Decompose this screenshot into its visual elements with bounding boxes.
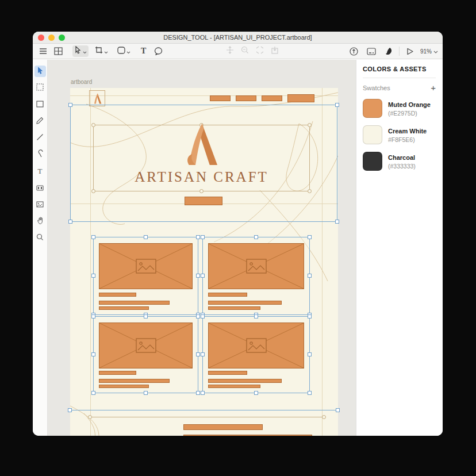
selection-handle[interactable] xyxy=(144,391,148,395)
hero-button-placeholder[interactable] xyxy=(185,197,222,205)
nav-link-placeholder[interactable] xyxy=(262,95,282,101)
color-chip[interactable] xyxy=(363,125,382,144)
wireframe-handle[interactable] xyxy=(91,123,95,127)
selection-handle[interactable] xyxy=(308,314,312,318)
footer-text-placeholder[interactable] xyxy=(183,424,263,430)
selection-handle[interactable] xyxy=(201,352,205,356)
share-button[interactable] xyxy=(348,45,360,57)
selection-handle[interactable] xyxy=(91,274,95,278)
transform-tool-button[interactable] xyxy=(93,45,110,57)
wireframe-handle[interactable] xyxy=(308,189,312,193)
tool-rectangle[interactable] xyxy=(34,99,46,110)
tool-zoom[interactable] xyxy=(34,232,46,244)
nav-button-placeholder[interactable] xyxy=(287,94,314,102)
selection-handle[interactable] xyxy=(254,235,258,239)
selection-handle[interactable] xyxy=(201,235,205,239)
disabled-view-controls xyxy=(226,46,279,56)
selection-handle[interactable] xyxy=(91,352,95,356)
image-placeholder[interactable] xyxy=(99,323,193,368)
app-window: DESIGN_TOOL - [ARTISAN_UI_PROJECT.artboa… xyxy=(33,32,443,436)
footer-text-placeholder[interactable] xyxy=(183,435,312,436)
tool-hand[interactable] xyxy=(34,216,46,227)
tool-lasso[interactable] xyxy=(34,149,46,160)
card-wireframe[interactable] xyxy=(202,316,310,393)
card-wireframe[interactable] xyxy=(93,237,198,315)
tool-line[interactable] xyxy=(34,132,46,144)
selection-handle[interactable] xyxy=(196,274,200,278)
tool-image[interactable] xyxy=(34,199,46,210)
selection-handle[interactable] xyxy=(91,314,95,318)
select-tool-button[interactable] xyxy=(72,45,89,57)
nav-link-placeholder[interactable] xyxy=(236,95,256,101)
selection-handle[interactable] xyxy=(68,103,72,107)
panel-header: COLORS & ASSETS xyxy=(363,66,436,78)
selection-handle[interactable] xyxy=(254,314,258,318)
wireframe-handle[interactable] xyxy=(199,189,204,193)
card-wireframe[interactable] xyxy=(93,316,198,393)
tool-marquee[interactable] xyxy=(34,82,46,94)
selection-handle[interactable] xyxy=(336,408,340,412)
nav-link-placeholder[interactable] xyxy=(210,95,231,101)
swatch-hex: #F8F5E6) xyxy=(388,136,427,143)
tool-media[interactable] xyxy=(34,182,46,194)
selection-handle[interactable] xyxy=(144,314,148,318)
wireframe-handle[interactable] xyxy=(91,189,95,193)
selection-bounds-footer[interactable] xyxy=(70,410,337,410)
add-swatch-button[interactable]: + xyxy=(431,85,436,91)
upload-circle-icon xyxy=(350,47,358,56)
selection-handle[interactable] xyxy=(196,314,200,318)
tool-select[interactable] xyxy=(34,66,46,77)
selection-handle[interactable] xyxy=(335,103,339,107)
tool-text[interactable]: T xyxy=(34,166,46,177)
wireframe-handle[interactable] xyxy=(308,123,312,127)
swatch-row[interactable]: Cream White #F8F5E6) xyxy=(363,125,436,144)
shape-tool-button[interactable] xyxy=(116,45,132,57)
selection-handle[interactable] xyxy=(91,235,95,239)
library-button[interactable] xyxy=(365,45,378,57)
selection-handle[interactable] xyxy=(68,220,72,224)
comment-tool-button[interactable] xyxy=(152,45,164,57)
image-placeholder[interactable] xyxy=(208,323,304,368)
preview-play-button[interactable] xyxy=(405,45,415,57)
tool-pencil[interactable] xyxy=(34,116,46,127)
selection-handle[interactable] xyxy=(196,391,200,395)
selection-handle[interactable] xyxy=(201,391,205,395)
zoom-level-control[interactable]: 91% xyxy=(420,48,438,55)
selection-handle[interactable] xyxy=(308,235,312,239)
image-placeholder[interactable] xyxy=(99,243,193,289)
wireframe-handle[interactable] xyxy=(322,415,326,419)
selection-handle[interactable] xyxy=(335,220,339,224)
canvas[interactable]: artboard xyxy=(48,60,356,436)
color-chip[interactable] xyxy=(363,152,382,171)
selection-handle[interactable] xyxy=(68,408,72,412)
swatch-row[interactable]: Charcoal (#333333) xyxy=(363,152,436,171)
selection-handle[interactable] xyxy=(201,274,205,278)
brand-name-text[interactable]: ARTISAN CRAFT xyxy=(93,169,310,185)
selection-handle[interactable] xyxy=(196,235,200,239)
text-tool-button[interactable]: T xyxy=(139,45,148,57)
artboard[interactable]: ARTISAN CRAFT xyxy=(70,88,338,436)
selection-handle[interactable] xyxy=(308,352,312,356)
artboard-label[interactable]: artboard xyxy=(71,79,92,85)
color-chip[interactable] xyxy=(363,99,382,118)
wireframe-handle[interactable] xyxy=(88,415,92,419)
swatch-row[interactable]: Muted Orange (#E2975D) xyxy=(363,99,436,118)
selection-handle[interactable] xyxy=(201,314,205,318)
selection-handle[interactable] xyxy=(308,391,312,395)
chevron-down-icon xyxy=(433,48,438,55)
selection-handle[interactable] xyxy=(196,352,200,356)
image-placeholder[interactable] xyxy=(208,243,304,289)
layout-grid-button[interactable] xyxy=(52,45,64,57)
nav-logo-wireframe[interactable] xyxy=(89,90,105,106)
menu-button[interactable] xyxy=(37,45,49,57)
hero-logo-mark[interactable] xyxy=(185,122,218,168)
selection-handle[interactable] xyxy=(144,235,148,239)
selection-handle[interactable] xyxy=(254,391,258,395)
selection-handle[interactable] xyxy=(308,274,312,278)
card-wireframe[interactable] xyxy=(202,237,310,315)
toolbar-divider xyxy=(399,47,400,56)
title-bar[interactable]: DESIGN_TOOL - [ARTISAN_UI_PROJECT.artboa… xyxy=(33,32,443,44)
selection-handle[interactable] xyxy=(91,391,95,395)
footer-wireframe[interactable] xyxy=(90,417,324,417)
brush-button[interactable] xyxy=(383,45,394,57)
